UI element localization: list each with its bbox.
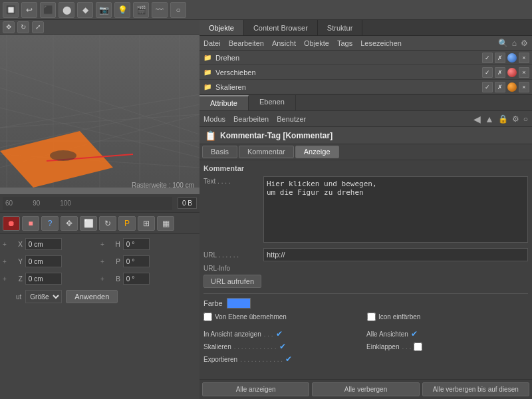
obj-check-verschieben[interactable]: ✓ xyxy=(482,67,493,78)
prop-title: 📋 Kommentar-Tag [Kommentar] xyxy=(200,127,532,144)
obj-name-skalieren: Skalieren xyxy=(215,83,479,91)
rotate-tool-button[interactable]: ↻ xyxy=(99,216,116,231)
lock3-icon[interactable]: ○ xyxy=(523,114,528,124)
anim-icon[interactable]: 🎬 xyxy=(133,2,149,18)
lock2-icon[interactable]: ⚙ xyxy=(512,114,519,124)
b-transform-row: + B xyxy=(100,271,197,286)
obj-del-drehen[interactable]: × xyxy=(519,53,529,63)
stop-button[interactable]: ■ xyxy=(22,216,39,231)
obj-x-drehen[interactable]: ✗ xyxy=(495,53,505,63)
grid-button[interactable]: ⊞ xyxy=(138,216,155,231)
top-toolbar: 🔲 ↩ ⬛ ⬤ ◆ 📷 💡 🎬 〰 ○ xyxy=(0,0,532,20)
subtab-kommentar[interactable]: Kommentar xyxy=(239,146,294,158)
p-input[interactable] xyxy=(123,255,150,267)
attr-modus[interactable]: Modus xyxy=(203,115,225,123)
deform-icon[interactable]: 〰 xyxy=(152,2,168,18)
bulb-icon[interactable]: ○ xyxy=(170,2,186,18)
text-prop-label: Text . . . . xyxy=(203,176,263,185)
checkbox-grid: Von Ebene übernehmen Icon einfärben xyxy=(203,313,528,324)
box-icon[interactable]: ⬛ xyxy=(40,2,56,18)
z-label: Z xyxy=(9,275,23,283)
x-input[interactable] xyxy=(25,238,62,250)
select-button[interactable]: ⬜ xyxy=(80,216,97,231)
sphere-icon[interactable]: ⬤ xyxy=(59,2,74,18)
obj-name-verschieben: Verschieben xyxy=(215,68,479,76)
tab-objekte[interactable]: Objekte xyxy=(200,20,244,35)
undo-icon[interactable]: ↩ xyxy=(21,2,37,18)
rotate-icon[interactable]: ↻ xyxy=(17,21,29,33)
viewport-canvas xyxy=(0,35,200,188)
alle-verbergen-bis-auf-button[interactable]: Alle verbergen bis auf diesen xyxy=(422,382,529,396)
check-einklappen: Einklappen . . . xyxy=(366,342,528,351)
new-icon[interactable]: 🔲 xyxy=(3,2,19,18)
anim-button[interactable]: ▦ xyxy=(157,216,174,231)
light-icon[interactable]: 💡 xyxy=(114,2,130,18)
alle-ansichten-label: Alle Ansichten ✔ xyxy=(366,329,528,338)
viewport-3d[interactable]: Rasterweite : 100 cm xyxy=(0,35,200,194)
p-button[interactable]: P xyxy=(118,216,136,231)
size-select[interactable]: Größe xyxy=(25,290,62,303)
url-input[interactable] xyxy=(263,248,528,261)
subtab-basis[interactable]: Basis xyxy=(202,146,237,158)
von-ebene-checkbox[interactable] xyxy=(203,313,212,321)
record-button[interactable]: ⏺ xyxy=(3,216,20,231)
y-input[interactable] xyxy=(25,255,62,267)
obj-x-verschieben[interactable]: ✗ xyxy=(495,67,505,78)
apply-button[interactable]: Anwenden xyxy=(66,290,118,303)
url-label: URL . . . . . . xyxy=(203,251,263,259)
menu-bearbeiten[interactable]: Bearbeiten xyxy=(229,39,264,47)
home-icon[interactable]: ⌂ xyxy=(512,39,517,48)
object-toolbar: 📁 Drehen ✓ ✗ × 📁 Verschieben ✓ ✗ × xyxy=(200,51,532,95)
left-panel: ✥ ↻ ⤢ xyxy=(0,20,200,399)
menu-tags[interactable]: Tags xyxy=(337,39,352,47)
x-label: X xyxy=(9,241,23,248)
timeline-track[interactable]: 60 90 100 xyxy=(5,200,71,207)
subtab-anzeige[interactable]: Anzeige xyxy=(295,146,339,158)
z-input[interactable] xyxy=(25,273,62,285)
info-button[interactable]: ? xyxy=(41,216,59,231)
settings-icon[interactable]: ⚙ xyxy=(521,39,528,48)
camera-icon[interactable]: 📷 xyxy=(96,2,112,18)
alle-verbergen-button[interactable]: Alle verbergen xyxy=(312,382,419,396)
menu-ansicht[interactable]: Ansicht xyxy=(272,39,296,47)
y-plus-icon: + xyxy=(3,258,7,265)
obj-check-skalieren[interactable]: ✓ xyxy=(482,82,493,92)
x-transform-row: + X xyxy=(3,237,99,251)
einklappen-checkbox[interactable] xyxy=(414,342,422,351)
obj-icon[interactable]: ◆ xyxy=(77,2,93,18)
b-input[interactable] xyxy=(123,273,150,285)
check-rows-2: Skalieren . . . . . . . . . . . . ✔ Eink… xyxy=(203,342,528,353)
h-input[interactable] xyxy=(123,238,150,250)
move-icon[interactable]: ✥ xyxy=(3,21,15,33)
url-button[interactable]: URL aufrufen xyxy=(203,275,261,288)
icon-einfarben-checkbox[interactable] xyxy=(367,313,376,321)
tab-attribute[interactable]: Attribute xyxy=(200,95,249,110)
menu-objekte[interactable]: Objekte xyxy=(304,39,329,47)
nav-left-icon[interactable]: ◀ xyxy=(473,114,481,124)
h-transform-row: + H xyxy=(100,237,197,251)
color-swatch[interactable] xyxy=(227,298,251,309)
move-tool-button[interactable]: ✥ xyxy=(61,216,78,231)
alle-anzeigen-button[interactable]: Alle anzeigen xyxy=(202,382,309,396)
tab-content-browser[interactable]: Content Browser xyxy=(244,20,318,35)
nav-up-icon[interactable]: ▲ xyxy=(485,114,494,124)
attr-benutzer[interactable]: Benutzer xyxy=(277,115,306,123)
menu-datei[interactable]: Datei xyxy=(203,39,221,47)
lock1-icon[interactable]: 🔒 xyxy=(498,114,508,124)
b-label: B xyxy=(107,275,120,283)
menu-lesezeichen[interactable]: Lesezeichen xyxy=(360,39,402,47)
obj-check-drehen[interactable]: ✓ xyxy=(482,53,493,63)
search-icon[interactable]: 🔍 xyxy=(498,39,508,48)
content-area[interactable]: Kommentar Text . . . . Hier klicken und … xyxy=(200,160,532,379)
object-row-drehen: 📁 Drehen ✓ ✗ × xyxy=(200,51,532,65)
tab-struktur[interactable]: Struktur xyxy=(318,20,363,35)
z-transform-row: + Z xyxy=(3,271,99,286)
obj-del-verschieben[interactable]: × xyxy=(519,67,529,78)
attr-bearbeiten[interactable]: Bearbeiten xyxy=(233,115,269,123)
zoom-icon[interactable]: ⤢ xyxy=(32,21,44,33)
kommentar-textarea[interactable]: Hier klicken und bewegen, um die Figur z… xyxy=(263,176,528,243)
obj-del-skalieren[interactable]: × xyxy=(519,82,529,92)
h-plus-icon: + xyxy=(100,241,104,248)
obj-x-skalieren[interactable]: ✗ xyxy=(495,82,505,92)
tab-ebenen[interactable]: Ebenen xyxy=(249,95,296,110)
